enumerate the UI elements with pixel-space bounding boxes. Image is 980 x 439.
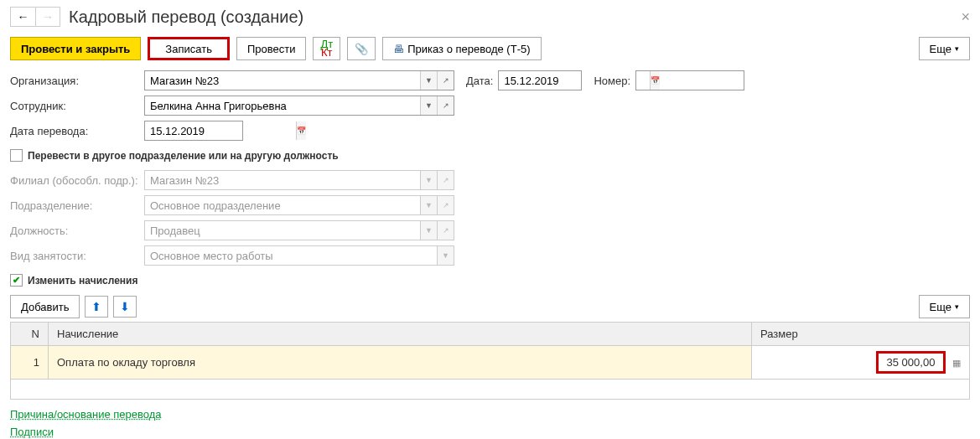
printer-icon: 🖶 [393, 43, 404, 55]
employee-label: Сотрудник: [10, 100, 144, 112]
nav-forward-button[interactable]: → [35, 7, 60, 27]
table-more-label: Еще [930, 301, 951, 313]
signatures-link[interactable]: Подписи [10, 426, 54, 438]
cell-size[interactable]: 35 000,00 ▦ [752, 346, 970, 380]
size-value: 35 000,00 [876, 351, 946, 374]
dropdown-icon: ▼ [420, 171, 437, 189]
transfer-date-input[interactable] [145, 121, 296, 140]
transfer-date-label: Дата перевода: [10, 125, 144, 137]
print-order-button[interactable]: 🖶 Приказ о переводе (Т-5) [382, 37, 541, 60]
dropdown-icon[interactable]: ▼ [420, 71, 437, 90]
org-input[interactable] [145, 71, 420, 90]
dt-kt-icon: ДтКт [320, 40, 333, 57]
position-input [145, 221, 420, 240]
add-button[interactable]: Добавить [10, 295, 80, 318]
close-icon[interactable]: × [961, 8, 970, 26]
table-empty-row [11, 380, 970, 400]
table-more-button[interactable]: Еще ▾ [919, 295, 970, 318]
open-icon: ↗ [437, 196, 454, 214]
branch-label: Филиал (обособл. подр.): [10, 174, 144, 187]
calendar-mini-icon[interactable]: ▦ [952, 358, 961, 369]
col-accrual-header: Начисление [49, 323, 752, 346]
print-order-label: Приказ о переводе (Т-5) [407, 43, 530, 55]
accrual-checkbox-label: Изменить начисления [28, 275, 137, 287]
dropdown-icon: ▼ [420, 196, 437, 214]
post-and-close-button[interactable]: Провести и закрыть [10, 37, 141, 60]
number-input[interactable] [636, 71, 787, 90]
table-row[interactable]: 1 Оплата по окладу торговля 35 000,00 ▦ [11, 346, 970, 380]
record-button[interactable]: Записать [148, 37, 230, 60]
calendar-icon[interactable]: 📅 [296, 121, 306, 140]
reason-link[interactable]: Причина/основание перевода [10, 408, 162, 421]
dept-label: Подразделение: [10, 199, 144, 212]
open-icon[interactable]: ↗ [437, 96, 454, 115]
paperclip-icon: 📎 [355, 43, 368, 55]
col-n-header: N [11, 323, 49, 346]
dropdown-icon[interactable]: ▼ [420, 96, 437, 115]
dept-input [145, 196, 420, 214]
more-button[interactable]: Еще ▾ [919, 37, 970, 60]
employee-input[interactable] [145, 96, 420, 115]
col-size-header: Размер [752, 323, 970, 346]
open-icon[interactable]: ↗ [437, 71, 454, 90]
attachment-button[interactable]: 📎 [347, 37, 376, 60]
page-title: Кадровый перевод (создание) [69, 8, 961, 27]
cell-accrual: Оплата по окладу торговля [49, 346, 752, 380]
employment-input [145, 246, 437, 265]
dropdown-icon: ▼ [420, 221, 437, 240]
dt-kt-button[interactable]: ДтКт [313, 37, 340, 60]
chevron-down-icon: ▾ [955, 44, 959, 53]
org-label: Организация: [10, 75, 144, 87]
more-label: Еще [930, 43, 951, 55]
branch-input [145, 171, 420, 189]
date-label: Дата: [466, 75, 493, 87]
chevron-down-icon: ▾ [955, 302, 959, 311]
post-button[interactable]: Провести [236, 37, 307, 60]
dropdown-icon: ▼ [437, 246, 454, 265]
accrual-checkbox[interactable] [10, 274, 23, 287]
nav-back-button[interactable]: ← [10, 7, 35, 27]
position-label: Должность: [10, 225, 144, 237]
employment-label: Вид занятости: [10, 250, 144, 262]
open-icon: ↗ [437, 221, 454, 240]
open-icon: ↗ [437, 171, 454, 189]
move-up-button[interactable]: ⬆ [85, 296, 108, 318]
move-down-button[interactable]: ⬇ [113, 296, 137, 318]
transfer-checkbox-label: Перевести в другое подразделение или на … [28, 150, 339, 162]
transfer-checkbox[interactable] [10, 149, 23, 162]
number-label: Номер: [594, 75, 630, 87]
cell-n: 1 [11, 346, 49, 380]
